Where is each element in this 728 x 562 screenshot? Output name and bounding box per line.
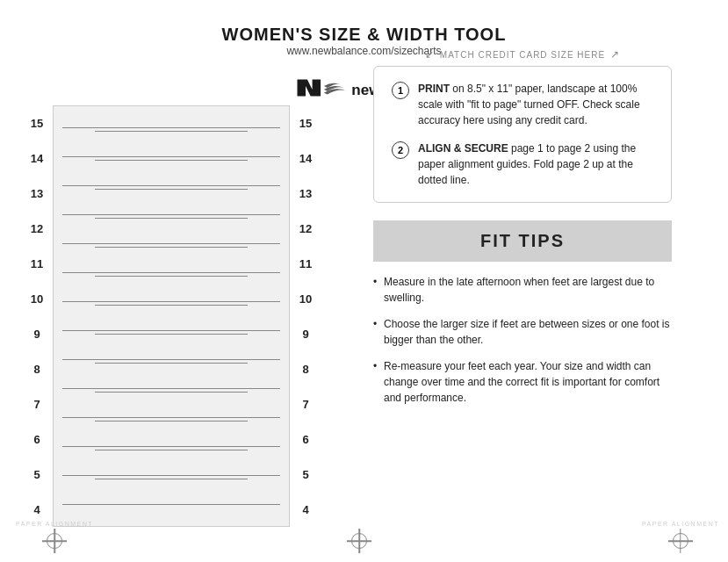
ruler-num-13-left: 13 [26,187,47,200]
ruler-num-14-right: 14 [295,152,316,165]
ruler-num-10-right: 10 [295,292,316,306]
crosshair-center [347,529,371,553]
ruler-container [53,105,290,527]
ruler-num-8-left: 8 [26,363,47,376]
ruler-num-12-right: 12 [295,222,316,235]
alignment-marker-bottom-left: PAPER ALIGNMENT [16,521,93,553]
instruction-1: 1 PRINT on 8.5" x 11" paper, landscape a… [392,81,653,128]
credit-card-match: ↙ MATCH CREDIT CARD SIZE HERE ↗ [351,48,694,61]
ruler-num-9-left: 9 [26,328,47,341]
alignment-marker-bottom-right: PAPER ALIGNMENT [642,521,719,553]
step-2-circle: 2 [392,141,409,159]
instruction-1-text: PRINT on 8.5" x 11" paper, landscape at … [418,81,653,128]
ruler-num-14-left: 14 [26,152,47,165]
instruction-2-text: ALIGN & SECURE page 1 to page 2 using th… [418,140,653,188]
ruler-num-12-left: 12 [26,222,47,235]
crosshair-right [668,529,693,553]
ruler-num-9-right: 9 [295,328,316,341]
ruler-numbers-left: 15 14 13 12 11 10 9 8 7 6 5 4 [26,105,47,527]
ruler-num-10-left: 10 [26,292,47,306]
instruction-1-bold: PRINT [418,83,450,95]
ruler-num-5-left: 5 [26,468,47,481]
fit-tip-1: Measure in the late afternoon when feet … [373,274,672,306]
ruler-num-6-left: 6 [26,433,47,446]
instructions-box: 1 PRINT on 8.5" x 11" paper, landscape a… [373,66,672,203]
ruler-num-15-left: 15 [26,117,47,130]
right-content: ↙ MATCH CREDIT CARD SIZE HERE ↗ 1 PRINT … [351,48,694,416]
ruler-numbers-right: 15 14 13 12 11 10 9 8 7 6 5 4 [295,105,316,527]
credit-card-label: MATCH CREDIT CARD SIZE HERE [440,50,605,60]
step-1-number: 1 [398,85,403,96]
page-title: WOMEN'S SIZE & WIDTH TOOL [0,25,728,45]
fit-tip-2: Choose the larger size if feet are betwe… [373,316,672,348]
ruler-lines [62,115,280,517]
ruler-num-4-left: 4 [26,503,47,516]
step-2-number: 2 [398,145,403,155]
fit-tips-header: FIT TIPS [373,220,672,262]
ruler-num-6-right: 6 [295,433,316,446]
ruler-num-15-right: 15 [295,117,316,130]
instruction-2: 2 ALIGN & SECURE page 1 to page 2 using … [392,140,653,188]
instruction-2-bold: ALIGN & SECURE [418,142,508,155]
ruler-num-13-right: 13 [295,187,316,200]
alignment-marker-bottom-center [347,529,371,553]
ruler-num-5-right: 5 [295,468,316,481]
ruler-num-11-left: 11 [26,257,47,270]
ruler-num-8-right: 8 [295,363,316,376]
step-1-circle: 1 [392,82,409,99]
ruler-num-4-right: 4 [295,503,316,516]
paper-alignment-label-left: PAPER ALIGNMENT [16,521,93,527]
arrow-right-icon: ↗ [610,48,620,61]
ruler-num-7-right: 7 [295,398,316,411]
crosshair-left [42,529,67,553]
fit-tip-3: Re-measure your feet each year. Your siz… [373,358,672,406]
ruler-section: 15 14 13 12 11 10 9 8 7 6 5 4 [53,105,290,527]
fit-tips-section: FIT TIPS Measure in the late afternoon w… [373,220,672,406]
ruler-num-7-left: 7 [26,398,47,411]
arrow-left-icon: ↙ [425,48,435,61]
paper-alignment-label-right: PAPER ALIGNMENT [642,521,719,527]
ruler-num-11-right: 11 [295,257,316,270]
